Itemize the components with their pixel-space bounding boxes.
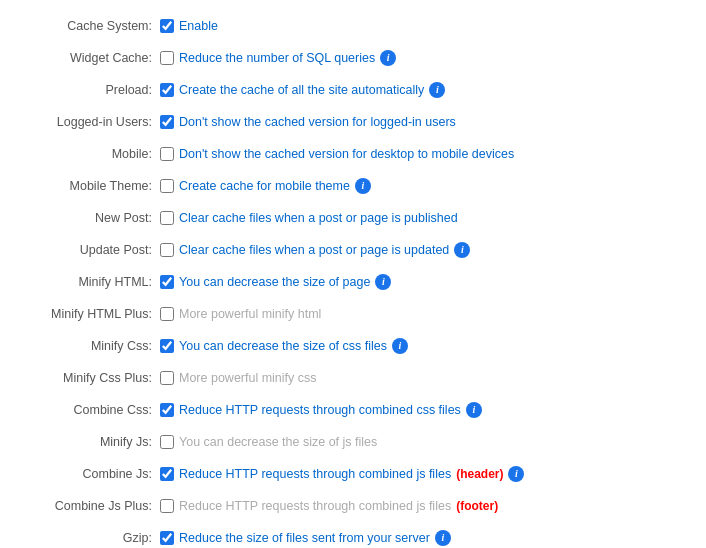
info-icon[interactable]: i bbox=[429, 82, 445, 98]
info-icon[interactable]: i bbox=[435, 530, 451, 546]
settings-row: Logged-in Users:Don't show the cached ve… bbox=[20, 106, 686, 138]
row-label: Widget Cache: bbox=[20, 42, 160, 74]
row-control: Reduce HTTP requests through combined js… bbox=[160, 490, 686, 522]
setting-description: Don't show the cached version for deskto… bbox=[179, 140, 514, 168]
setting-description: Enable bbox=[179, 12, 218, 40]
row-label: Combine Js Plus: bbox=[20, 490, 160, 522]
row-label: Minify HTML: bbox=[20, 266, 160, 298]
setting-checkbox[interactable] bbox=[160, 371, 174, 385]
row-control: Reduce the number of SQL queries i bbox=[160, 42, 686, 74]
row-control: Clear cache files when a post or page is… bbox=[160, 234, 686, 266]
row-control: You can decrease the size of css files i bbox=[160, 330, 686, 362]
checkbox-label[interactable]: You can decrease the size of page i bbox=[160, 268, 686, 296]
settings-row: Preload:Create the cache of all the site… bbox=[20, 74, 686, 106]
checkbox-label[interactable]: You can decrease the size of js files bbox=[160, 428, 686, 456]
setting-checkbox[interactable] bbox=[160, 243, 174, 257]
row-control: More powerful minify html bbox=[160, 298, 686, 330]
settings-row: Minify HTML:You can decrease the size of… bbox=[20, 266, 686, 298]
setting-checkbox[interactable] bbox=[160, 467, 174, 481]
checkbox-label[interactable]: You can decrease the size of css files i bbox=[160, 332, 686, 360]
checkbox-label[interactable]: More powerful minify html bbox=[160, 300, 686, 328]
setting-checkbox[interactable] bbox=[160, 179, 174, 193]
setting-description: Reduce HTTP requests through combined js… bbox=[179, 492, 451, 520]
row-label: Combine Css: bbox=[20, 394, 160, 426]
settings-row: Minify Js:You can decrease the size of j… bbox=[20, 426, 686, 458]
settings-row: Gzip:Reduce the size of files sent from … bbox=[20, 522, 686, 548]
setting-checkbox[interactable] bbox=[160, 531, 174, 545]
checkbox-label[interactable]: Clear cache files when a post or page is… bbox=[160, 236, 686, 264]
settings-row: Mobile Theme:Create cache for mobile the… bbox=[20, 170, 686, 202]
setting-checkbox[interactable] bbox=[160, 307, 174, 321]
setting-description: Reduce HTTP requests through combined cs… bbox=[179, 396, 461, 424]
setting-description: Reduce the size of files sent from your … bbox=[179, 524, 430, 548]
setting-description: Reduce HTTP requests through combined js… bbox=[179, 460, 451, 488]
settings-row: Update Post:Clear cache files when a pos… bbox=[20, 234, 686, 266]
setting-checkbox[interactable] bbox=[160, 435, 174, 449]
settings-row: Combine Js:Reduce HTTP requests through … bbox=[20, 458, 686, 490]
checkbox-label[interactable]: Clear cache files when a post or page is… bbox=[160, 204, 686, 232]
checkbox-label[interactable]: More powerful minify css bbox=[160, 364, 686, 392]
setting-checkbox[interactable] bbox=[160, 211, 174, 225]
checkbox-label[interactable]: Enable bbox=[160, 12, 686, 40]
setting-description: Clear cache files when a post or page is… bbox=[179, 236, 449, 264]
info-icon[interactable]: i bbox=[380, 50, 396, 66]
row-control: Create cache for mobile theme i bbox=[160, 170, 686, 202]
row-control: Don't show the cached version for logged… bbox=[160, 106, 686, 138]
row-label: Minify Css: bbox=[20, 330, 160, 362]
setting-checkbox[interactable] bbox=[160, 19, 174, 33]
setting-description: Create cache for mobile theme bbox=[179, 172, 350, 200]
setting-checkbox[interactable] bbox=[160, 51, 174, 65]
setting-checkbox[interactable] bbox=[160, 147, 174, 161]
checkbox-label[interactable]: Don't show the cached version for logged… bbox=[160, 108, 686, 136]
setting-checkbox[interactable] bbox=[160, 115, 174, 129]
row-control: You can decrease the size of js files bbox=[160, 426, 686, 458]
footer-tag: (footer) bbox=[456, 492, 498, 520]
setting-checkbox[interactable] bbox=[160, 403, 174, 417]
setting-description: More powerful minify css bbox=[179, 364, 317, 392]
row-label: Mobile Theme: bbox=[20, 170, 160, 202]
settings-table: Cache System:EnableWidget Cache:Reduce t… bbox=[20, 10, 686, 548]
row-control: Don't show the cached version for deskto… bbox=[160, 138, 686, 170]
setting-description: Clear cache files when a post or page is… bbox=[179, 204, 458, 232]
checkbox-label[interactable]: Reduce HTTP requests through combined cs… bbox=[160, 396, 686, 424]
row-control: You can decrease the size of page i bbox=[160, 266, 686, 298]
info-icon[interactable]: i bbox=[392, 338, 408, 354]
setting-checkbox[interactable] bbox=[160, 275, 174, 289]
settings-row: Widget Cache:Reduce the number of SQL qu… bbox=[20, 42, 686, 74]
checkbox-label[interactable]: Create the cache of all the site automat… bbox=[160, 76, 686, 104]
settings-row: Minify HTML Plus:More powerful minify ht… bbox=[20, 298, 686, 330]
row-control: Reduce HTTP requests through combined js… bbox=[160, 458, 686, 490]
row-control: Reduce HTTP requests through combined cs… bbox=[160, 394, 686, 426]
row-control: Reduce the size of files sent from your … bbox=[160, 522, 686, 548]
settings-row: Combine Css:Reduce HTTP requests through… bbox=[20, 394, 686, 426]
row-label: Minify Js: bbox=[20, 426, 160, 458]
row-label: Update Post: bbox=[20, 234, 160, 266]
setting-checkbox[interactable] bbox=[160, 339, 174, 353]
row-label: Logged-in Users: bbox=[20, 106, 160, 138]
row-label: Gzip: bbox=[20, 522, 160, 548]
checkbox-label[interactable]: Reduce the size of files sent from your … bbox=[160, 524, 686, 548]
setting-description: You can decrease the size of js files bbox=[179, 428, 377, 456]
info-icon[interactable]: i bbox=[508, 466, 524, 482]
setting-checkbox[interactable] bbox=[160, 499, 174, 513]
settings-row: Combine Js Plus:Reduce HTTP requests thr… bbox=[20, 490, 686, 522]
settings-row: Cache System:Enable bbox=[20, 10, 686, 42]
row-control: Create the cache of all the site automat… bbox=[160, 74, 686, 106]
setting-checkbox[interactable] bbox=[160, 83, 174, 97]
info-icon[interactable]: i bbox=[466, 402, 482, 418]
setting-description: You can decrease the size of page bbox=[179, 268, 370, 296]
settings-row: New Post:Clear cache files when a post o… bbox=[20, 202, 686, 234]
settings-row: Mobile:Don't show the cached version for… bbox=[20, 138, 686, 170]
info-icon[interactable]: i bbox=[375, 274, 391, 290]
settings-row: Minify Css:You can decrease the size of … bbox=[20, 330, 686, 362]
checkbox-label[interactable]: Reduce HTTP requests through combined js… bbox=[160, 460, 686, 488]
info-icon[interactable]: i bbox=[355, 178, 371, 194]
row-label: Mobile: bbox=[20, 138, 160, 170]
checkbox-label[interactable]: Don't show the cached version for deskto… bbox=[160, 140, 686, 168]
checkbox-label[interactable]: Create cache for mobile theme i bbox=[160, 172, 686, 200]
row-label: Cache System: bbox=[20, 10, 160, 42]
row-label: Combine Js: bbox=[20, 458, 160, 490]
checkbox-label[interactable]: Reduce HTTP requests through combined js… bbox=[160, 492, 686, 520]
checkbox-label[interactable]: Reduce the number of SQL queries i bbox=[160, 44, 686, 72]
info-icon[interactable]: i bbox=[454, 242, 470, 258]
